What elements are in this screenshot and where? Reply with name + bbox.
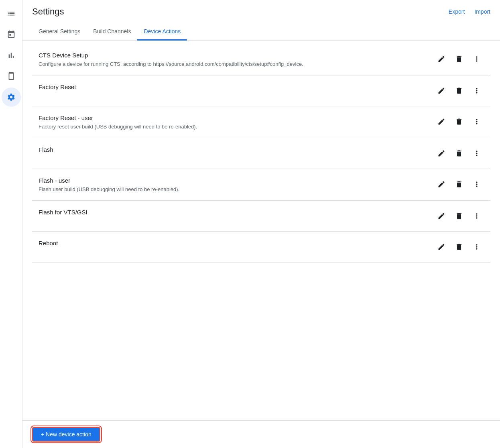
trash-icon xyxy=(455,87,463,95)
more-options-button[interactable] xyxy=(470,146,484,161)
more-options-button[interactable] xyxy=(470,52,484,66)
pencil-icon xyxy=(437,149,445,157)
action-name: Reboot xyxy=(39,240,428,246)
pencil-icon xyxy=(437,243,445,251)
tab-general-settings[interactable]: General Settings xyxy=(32,23,87,41)
more-options-button[interactable] xyxy=(470,177,484,191)
action-name: Flash for VTS/GSI xyxy=(39,209,428,216)
list-icon xyxy=(7,9,16,18)
new-device-action-button[interactable]: + New device action xyxy=(32,427,100,442)
action-name: Factory Reset - user xyxy=(39,114,428,121)
more-vertical-icon xyxy=(473,212,481,220)
page-title: Settings xyxy=(32,6,64,17)
export-link[interactable]: Export xyxy=(449,8,465,15)
action-name: CTS Device Setup xyxy=(39,52,428,59)
sidebar-item-settings[interactable] xyxy=(2,88,21,107)
more-vertical-icon xyxy=(473,149,481,157)
pencil-icon xyxy=(437,212,445,220)
trash-icon xyxy=(455,180,463,188)
bottom-bar: + New device action xyxy=(22,420,500,448)
pencil-icon xyxy=(437,118,445,126)
trash-icon xyxy=(455,212,463,220)
more-vertical-icon xyxy=(473,87,481,95)
sidebar-item-calendar[interactable] xyxy=(2,25,21,44)
more-vertical-icon xyxy=(473,180,481,188)
delete-button[interactable] xyxy=(452,83,466,98)
pencil-icon xyxy=(437,180,445,188)
trash-icon xyxy=(455,55,463,63)
import-link[interactable]: Import xyxy=(474,8,490,15)
action-card: Factory Reset xyxy=(32,75,490,106)
action-card: Flash for VTS/GSI xyxy=(32,201,490,232)
action-description: Flash user build (USB debugging will nee… xyxy=(39,186,428,192)
edit-button[interactable] xyxy=(434,209,449,223)
device-icon xyxy=(7,72,16,81)
pencil-icon xyxy=(437,87,445,95)
edit-button[interactable] xyxy=(434,146,449,161)
trash-icon xyxy=(455,149,463,157)
delete-button[interactable] xyxy=(452,114,466,129)
more-vertical-icon xyxy=(473,55,481,63)
tab-device-actions[interactable]: Device Actions xyxy=(137,23,187,41)
bar-chart-icon xyxy=(7,51,16,60)
action-name: Factory Reset xyxy=(39,83,428,90)
more-options-button[interactable] xyxy=(470,240,484,254)
more-options-button[interactable] xyxy=(470,114,484,129)
more-options-button[interactable] xyxy=(470,209,484,223)
main-content: Settings Export Import General Settings … xyxy=(22,0,500,448)
more-vertical-icon xyxy=(473,118,481,126)
edit-button[interactable] xyxy=(434,83,449,98)
action-name: Flash - user xyxy=(39,177,428,184)
action-card: Factory Reset - userFactory reset user b… xyxy=(32,106,490,138)
edit-button[interactable] xyxy=(434,52,449,66)
trash-icon xyxy=(455,118,463,126)
sidebar xyxy=(0,0,22,448)
tabs-bar: General Settings Build Channels Device A… xyxy=(22,23,500,41)
sidebar-item-reports[interactable] xyxy=(2,4,21,23)
sidebar-item-analytics[interactable] xyxy=(2,46,21,65)
delete-button[interactable] xyxy=(452,177,466,191)
settings-icon xyxy=(7,93,16,102)
sidebar-item-device[interactable] xyxy=(2,67,21,86)
action-card: CTS Device SetupConfigure a device for r… xyxy=(32,44,490,75)
more-options-button[interactable] xyxy=(470,83,484,98)
delete-button[interactable] xyxy=(452,52,466,66)
delete-button[interactable] xyxy=(452,146,466,161)
action-card: Reboot xyxy=(32,232,490,263)
action-description: Configure a device for running CTS, acco… xyxy=(39,61,428,67)
action-name: Flash xyxy=(39,146,428,153)
calendar-icon xyxy=(7,30,16,39)
edit-button[interactable] xyxy=(434,240,449,254)
action-card: Flash xyxy=(32,138,490,169)
header: Settings Export Import xyxy=(22,0,500,17)
delete-button[interactable] xyxy=(452,209,466,223)
more-vertical-icon xyxy=(473,243,481,251)
header-actions: Export Import xyxy=(449,8,490,15)
action-card: Flash - userFlash user build (USB debugg… xyxy=(32,169,490,201)
trash-icon xyxy=(455,243,463,251)
edit-button[interactable] xyxy=(434,177,449,191)
edit-button[interactable] xyxy=(434,114,449,129)
action-description: Factory reset user build (USB debugging … xyxy=(39,124,428,130)
delete-button[interactable] xyxy=(452,240,466,254)
content-area: CTS Device SetupConfigure a device for r… xyxy=(22,41,500,420)
tab-build-channels[interactable]: Build Channels xyxy=(87,23,137,41)
pencil-icon xyxy=(437,55,445,63)
